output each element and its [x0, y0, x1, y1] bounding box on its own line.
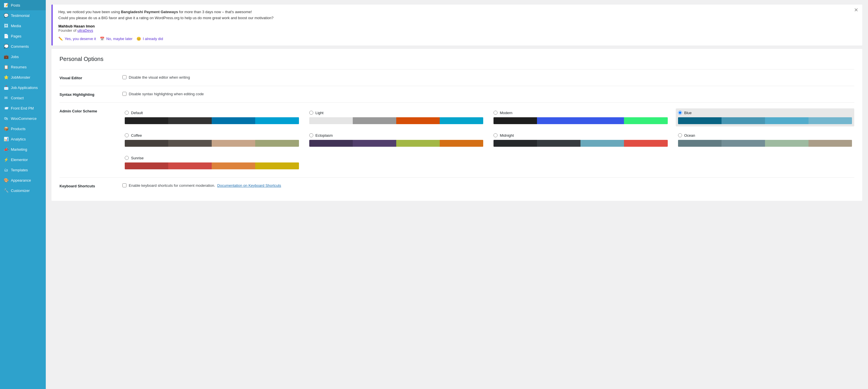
visual-editor-checkbox[interactable] [122, 75, 126, 79]
sidebar-item-job-applications[interactable]: 📩 Job Applications [0, 83, 46, 93]
color-swatch [440, 117, 483, 124]
notice-btn-did[interactable]: 😊 I already did [136, 37, 163, 41]
pages-icon: 📄 [3, 34, 8, 38]
color-scheme-ocean-radio[interactable] [678, 133, 682, 137]
color-scheme-sunrise-radio[interactable] [125, 156, 129, 160]
color-scheme-coffee[interactable]: Coffee [122, 131, 301, 149]
sidebar-item-front-end-pm[interactable]: 📨 Front End PM [0, 103, 46, 113]
color-scheme-default-radio[interactable] [125, 111, 129, 115]
sidebar-item-appearance[interactable]: 🎨 Appearance [0, 175, 46, 185]
sidebar-item-customizer[interactable]: 🔧 Customizer [0, 185, 46, 196]
color-swatch [168, 140, 212, 147]
color-scheme-default-label[interactable]: Default [125, 111, 299, 115]
notice-founder-label: Founder of [58, 28, 78, 33]
sidebar-item-label: JobMonster [11, 75, 30, 79]
syntax-highlighting-control: Disable syntax highlighting when editing… [122, 92, 854, 97]
color-scheme-light-label[interactable]: Light [309, 111, 484, 115]
color-scheme-blue-name: Blue [684, 111, 692, 115]
sidebar-item-jobs[interactable]: 💼 Jobs [0, 52, 46, 62]
color-swatch [255, 162, 299, 169]
sidebar-item-media[interactable]: 🖼 Media [0, 21, 46, 31]
color-scheme-ectoplasm[interactable]: Ectoplasm [307, 131, 486, 149]
keyboard-shortcuts-link[interactable]: Documentation on Keyboard Shortcuts [217, 183, 281, 188]
visual-editor-checkbox-text: Disable the visual editor when writing [129, 75, 190, 79]
syntax-highlighting-checkbox-text: Disable syntax highlighting when editing… [129, 92, 204, 96]
color-swatch [494, 140, 537, 147]
color-scheme-grid: DefaultLightModernBlueCoffeeEctoplasmMid… [122, 108, 854, 172]
color-scheme-blue[interactable]: Blue [676, 108, 855, 126]
sidebar-item-templates[interactable]: 🗂 Templates [0, 165, 46, 175]
sidebar-item-label: Analytics [11, 137, 26, 141]
color-scheme-blue-swatches [678, 117, 852, 124]
notice-btn-yes[interactable]: ✏️ Yes, you deserve it [58, 37, 96, 41]
color-scheme-ectoplasm-label[interactable]: Ectoplasm [309, 133, 484, 137]
sidebar-item-label: Pages [11, 34, 22, 38]
color-scheme-ectoplasm-radio[interactable] [309, 133, 313, 137]
visual-editor-control: Disable the visual editor when writing [122, 75, 854, 80]
color-scheme-sunrise-swatches [125, 162, 299, 169]
color-swatch [537, 117, 581, 124]
sidebar-item-posts[interactable]: 📝 Posts [0, 0, 46, 10]
color-scheme-sunrise-label[interactable]: Sunrise [125, 156, 299, 160]
color-scheme-light[interactable]: Light [307, 108, 486, 126]
color-scheme-modern-radio[interactable] [494, 111, 497, 115]
sidebar-item-contact[interactable]: ✉ Contact [0, 93, 46, 103]
sidebar-item-testimonial[interactable]: 💬 Testimonial [0, 10, 46, 21]
sidebar-item-elementor[interactable]: ⚡ Elementor [0, 155, 46, 165]
notice-founder-link[interactable]: ultraDevs [78, 28, 93, 33]
sidebar-item-label: Elementor [11, 158, 28, 162]
color-scheme-blue-radio[interactable] [678, 111, 682, 115]
notice-founder: Founder of ultraDevs [58, 28, 857, 33]
templates-icon: 🗂 [3, 168, 8, 172]
sidebar-item-comments[interactable]: 💭 Comments [0, 41, 46, 52]
customizer-icon: 🔧 [3, 188, 8, 193]
color-scheme-midnight-radio[interactable] [494, 133, 497, 137]
color-scheme-default[interactable]: Default [122, 108, 301, 126]
sidebar-item-analytics[interactable]: 📊 Analytics [0, 134, 46, 144]
sidebar-item-label: Contact [11, 96, 24, 100]
color-scheme-midnight-label[interactable]: Midnight [494, 133, 668, 137]
notice-btn-maybe[interactable]: 📅 No, maybe later [100, 37, 132, 41]
sidebar-item-pages[interactable]: 📄 Pages [0, 31, 46, 41]
color-scheme-sunrise-name: Sunrise [131, 156, 144, 160]
color-scheme-ocean-label[interactable]: Ocean [678, 133, 852, 137]
color-scheme-coffee-radio[interactable] [125, 133, 129, 137]
color-scheme-light-radio[interactable] [309, 111, 313, 115]
keyboard-shortcuts-checkbox-label[interactable]: Enable keyboard shortcuts for comment mo… [122, 183, 854, 188]
color-scheme-modern-name: Modern [500, 111, 513, 115]
color-scheme-ocean[interactable]: Ocean [676, 131, 855, 149]
sidebar-item-label: Posts [11, 3, 20, 7]
notice-text-part2: for more than 3 days now – that's awesom… [178, 10, 252, 14]
color-swatch [255, 117, 299, 124]
keyboard-shortcuts-checkbox[interactable] [122, 183, 126, 187]
notice-close-button[interactable]: ✕ [854, 7, 858, 12]
color-swatch [624, 117, 668, 124]
color-swatch [765, 117, 808, 124]
color-swatch [212, 162, 255, 169]
sidebar-item-label: Products [11, 127, 26, 131]
sidebar-item-woocommerce[interactable]: 🛍 WooCommerce [0, 113, 46, 124]
color-scheme-midnight[interactable]: Midnight [491, 131, 670, 149]
notice-author: Mahbub Hasan Imon [58, 24, 857, 28]
btn-yes-label: Yes, you deserve it [65, 37, 96, 41]
smile-icon: 😊 [136, 37, 141, 41]
syntax-highlighting-checkbox-label[interactable]: Disable syntax highlighting when editing… [122, 92, 854, 96]
color-swatch [396, 140, 440, 147]
color-scheme-coffee-label[interactable]: Coffee [125, 133, 299, 137]
front-end-pm-icon: 📨 [3, 106, 8, 110]
sidebar-item-products[interactable]: 📦 Products [0, 124, 46, 134]
color-swatch [125, 140, 168, 147]
color-swatch [168, 162, 212, 169]
syntax-highlighting-checkbox[interactable] [122, 92, 126, 96]
color-scheme-sunrise[interactable]: Sunrise [122, 154, 301, 172]
sidebar-item-marketing[interactable]: 📣 Marketing [0, 144, 46, 155]
color-scheme-label: Admin Color Scheme [60, 108, 122, 172]
color-scheme-modern-label[interactable]: Modern [494, 111, 668, 115]
sidebar-item-jobmonster[interactable]: ⭐ JobMonster [0, 72, 46, 83]
products-icon: 📦 [3, 126, 8, 131]
color-scheme-control: DefaultLightModernBlueCoffeeEctoplasmMid… [122, 108, 854, 172]
color-scheme-modern[interactable]: Modern [491, 108, 670, 126]
sidebar-item-resumes[interactable]: 📋 Resumes [0, 62, 46, 72]
visual-editor-checkbox-label[interactable]: Disable the visual editor when writing [122, 75, 854, 79]
color-scheme-blue-label[interactable]: Blue [678, 111, 852, 115]
